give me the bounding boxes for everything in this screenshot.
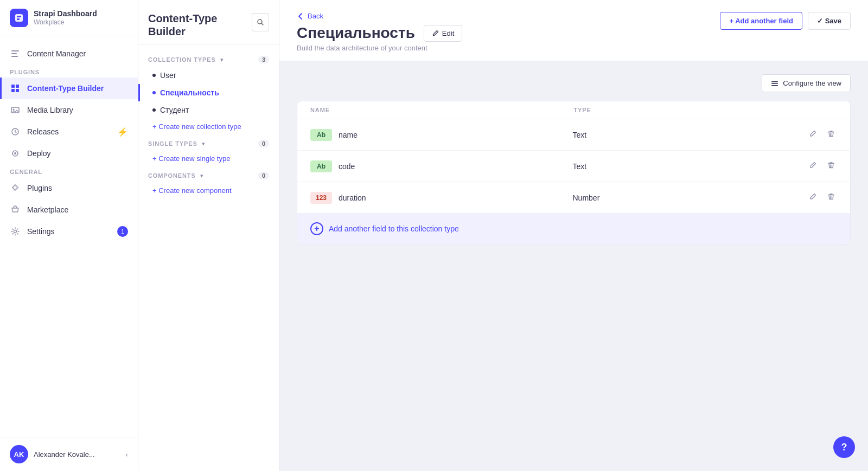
ctb-collection-types-section: COLLECTION TYPES ▾ 3 [138, 50, 279, 67]
create-collection-type-link[interactable]: + Create new collection type [138, 119, 279, 134]
ctb-item-specialnost-label: Специальность [160, 88, 219, 97]
add-another-field-button[interactable]: + Add another field [720, 12, 802, 30]
sidebar: Strapi Dashboard Workplace Content Manag… [0, 0, 138, 471]
svg-rect-17 [771, 81, 778, 82]
main-header: Back Специальность Edit Build the data a… [279, 0, 868, 61]
field-badge-name: Ab [310, 129, 332, 141]
collapse-icon[interactable]: ‹ [126, 450, 128, 459]
sidebar-item-deploy[interactable]: Deploy [0, 143, 138, 164]
header-actions: + Add another field ✓ Save [720, 12, 851, 30]
field-name-name: name [339, 131, 566, 139]
plugins-label: Plugins [27, 184, 52, 192]
svg-rect-7 [16, 85, 19, 88]
ctb-components-section: COMPONENTS ▾ 0 [138, 166, 279, 183]
create-single-type-label: + Create new single type [152, 154, 230, 163]
back-link[interactable]: Back [297, 12, 462, 20]
col-type-header: TYPE [574, 107, 838, 113]
create-collection-type-label: + Create new collection type [152, 122, 241, 131]
create-single-type-link[interactable]: + Create new single type [138, 151, 279, 166]
deploy-label: Deploy [27, 149, 51, 158]
add-another-field-label: + Add another field [729, 17, 793, 25]
plugins-icon [10, 183, 21, 193]
field-name-duration: duration [339, 193, 566, 202]
svg-rect-3 [11, 50, 19, 51]
ctb-item-user[interactable]: User [138, 67, 279, 84]
help-button[interactable]: ? [833, 436, 855, 458]
create-component-label: + Create new component [152, 186, 232, 195]
single-types-arrow: ▾ [202, 140, 205, 147]
field-row-actions [807, 191, 837, 204]
item-dot [152, 74, 156, 77]
svg-rect-8 [11, 89, 15, 92]
field-type-duration: Number [573, 193, 801, 202]
releases-icon [10, 126, 21, 137]
col-name-header: NAME [310, 107, 574, 113]
sidebar-brand: Strapi Dashboard Workplace [34, 9, 97, 26]
field-row-actions [807, 159, 837, 173]
add-field-label: Add another field to this collection typ… [329, 224, 459, 233]
ctb-item-student[interactable]: Студент [138, 101, 279, 119]
avatar: AK [10, 445, 28, 463]
page-title: Специальность [297, 24, 415, 42]
sidebar-item-releases[interactable]: Releases ⚡ [0, 121, 138, 143]
configure-view-label: Configure the view [783, 79, 841, 87]
ctb-icon [10, 83, 21, 94]
table-row: Ab name Text [297, 119, 850, 151]
marketplace-icon [10, 204, 21, 215]
svg-rect-2 [17, 18, 20, 20]
svg-rect-1 [17, 16, 21, 17]
back-label: Back [308, 12, 323, 20]
add-field-row[interactable]: + Add another field to this collection t… [297, 214, 850, 244]
field-type-code: Text [573, 162, 801, 171]
components-label: COMPONENTS [148, 172, 196, 179]
save-button[interactable]: ✓ Save [808, 12, 851, 30]
media-library-label: Media Library [27, 106, 73, 114]
deploy-icon [10, 148, 21, 159]
ctb-search-button[interactable] [252, 13, 269, 31]
svg-rect-0 [15, 14, 23, 22]
add-field-plus-icon: + [310, 222, 323, 235]
single-types-label: SINGLE TYPES [148, 140, 197, 147]
fields-table-header: NAME TYPE [297, 101, 850, 119]
delete-field-code-button[interactable] [825, 159, 837, 173]
table-row: 123 duration Number [297, 182, 850, 214]
sidebar-logo [10, 9, 28, 27]
media-library-icon [10, 105, 21, 115]
components-count: 0 [258, 172, 269, 179]
lightning-icon: ⚡ [117, 127, 128, 137]
delete-field-duration-button[interactable] [825, 191, 837, 204]
sidebar-item-settings[interactable]: Settings 1 [0, 221, 138, 242]
sidebar-footer[interactable]: AK Alexander Kovale... ‹ [0, 437, 138, 471]
svg-point-15 [14, 230, 17, 233]
plugins-section-label: PLUGINS [0, 64, 138, 78]
sidebar-item-ctb[interactable]: Content-Type Builder [0, 78, 138, 99]
edit-button[interactable]: Edit [424, 25, 462, 42]
sidebar-item-plugins[interactable]: Plugins [0, 177, 138, 199]
collection-types-count: 3 [258, 56, 269, 63]
field-badge-duration: 123 [310, 192, 332, 204]
user-name: Alexander Kovale... [34, 450, 120, 459]
help-label: ? [841, 442, 847, 453]
sidebar-item-marketplace[interactable]: Marketplace [0, 199, 138, 221]
item-dot [152, 108, 156, 112]
edit-field-duration-button[interactable] [807, 191, 819, 204]
edit-field-name-button[interactable] [807, 128, 819, 141]
ctb-label: Content-Type Builder [27, 84, 104, 93]
page-subtitle: Build the data architecture of your cont… [297, 44, 462, 52]
content-manager-icon [10, 48, 21, 59]
configure-view-button[interactable]: Configure the view [762, 74, 851, 92]
settings-icon [10, 226, 21, 237]
svg-point-11 [13, 109, 15, 111]
ctb-item-specialnost[interactable]: Специальность [138, 84, 279, 101]
delete-field-name-button[interactable] [825, 128, 837, 141]
edit-field-code-button[interactable] [807, 159, 819, 173]
svg-point-14 [14, 152, 16, 154]
create-component-link[interactable]: + Create new component [138, 183, 279, 198]
settings-badge: 1 [117, 226, 128, 237]
sidebar-item-content-manager[interactable]: Content Manager [0, 43, 138, 64]
general-section-label: GENERAL [0, 164, 138, 177]
sidebar-item-media-library[interactable]: Media Library [0, 99, 138, 121]
ctb-single-types-section: SINGLE TYPES ▾ 0 [138, 134, 279, 151]
settings-label: Settings [27, 227, 55, 236]
ctb-item-user-label: User [160, 71, 176, 80]
